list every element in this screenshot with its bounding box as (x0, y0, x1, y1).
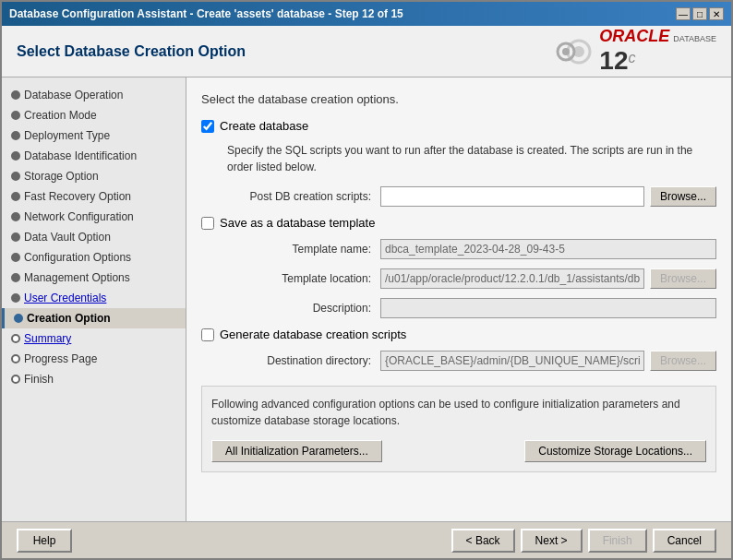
step-dot-management-options (11, 273, 20, 282)
section-description: Select the database creation options. (201, 92, 716, 106)
template-name-row: Template name: (223, 239, 716, 259)
sidebar-item-database-identification: Database Identification (2, 146, 186, 166)
sidebar-item-management-options: Management Options (2, 268, 186, 288)
oracle-name: ORACLE (599, 27, 669, 46)
sidebar-item-creation-option: Creation Option (2, 308, 186, 328)
step-dot-storage (11, 172, 20, 181)
post-scripts-input[interactable] (380, 186, 644, 207)
sidebar-item-database-operation: Database Operation (2, 85, 186, 105)
advanced-buttons: All Initialization Parameters... Customi… (211, 440, 706, 462)
template-location-row: Template location: Browse... (223, 268, 716, 289)
window-title: Database Configuration Assistant - Creat… (9, 7, 403, 20)
template-location-label: Template location: (223, 272, 380, 285)
template-description-label: Description: (223, 302, 380, 315)
gear-icon (551, 33, 595, 70)
next-button[interactable]: Next > (521, 529, 583, 553)
sidebar-item-creation-mode: Creation Mode (2, 105, 186, 125)
minimize-button[interactable]: — (676, 7, 691, 20)
save-template-label: Save as a database template (220, 216, 375, 230)
oracle-brand: ORACLE DATABASE 12 c (599, 27, 716, 76)
cancel-button[interactable]: Cancel (653, 529, 716, 553)
oracle-logo: ORACLE DATABASE 12 c (551, 27, 716, 76)
step-dot-fast-recovery (11, 192, 20, 201)
help-button[interactable]: Help (17, 529, 72, 553)
sidebar-item-summary[interactable]: Summary (2, 328, 186, 349)
step-dot-network-config (11, 212, 20, 221)
footer: Help < Back Next > Finish Cancel (2, 521, 731, 558)
destination-browse-button[interactable]: Browse... (650, 351, 716, 371)
destination-dir-input (380, 351, 644, 371)
advanced-section: Following advanced configuration options… (201, 386, 716, 472)
post-scripts-description: Specify the SQL scripts you want to run … (227, 142, 716, 175)
create-db-options: Specify the SQL scripts you want to run … (223, 142, 716, 207)
sidebar-item-progress-page: Progress Page (2, 349, 186, 369)
template-description-row: Description: (223, 298, 716, 318)
template-name-input (380, 239, 716, 259)
step-dot-creation-mode (11, 111, 20, 120)
generate-scripts-row: Generate database creation scripts (201, 328, 716, 341)
generate-scripts-label: Generate database creation scripts (220, 328, 406, 341)
footer-left: Help (17, 529, 72, 553)
step-dot-progress (11, 354, 20, 363)
main-content: Database Operation Creation Mode Deploym… (2, 77, 731, 521)
post-scripts-browse-button[interactable]: Browse... (650, 186, 716, 207)
step-dot-data-vault (11, 232, 20, 242)
customize-storage-button[interactable]: Customize Storage Locations... (524, 440, 706, 462)
save-template-checkbox[interactable] (201, 217, 214, 230)
template-location-input (380, 268, 644, 289)
svg-point-3 (562, 48, 570, 55)
close-button[interactable]: ✕ (709, 7, 724, 20)
sidebar-item-user-credentials[interactable]: User Credentials (2, 288, 186, 308)
header-bar: Select Database Creation Option ORACLE D… (2, 26, 731, 77)
main-window: Database Configuration Assistant - Creat… (0, 0, 733, 560)
generate-scripts-checkbox[interactable] (201, 328, 214, 341)
sidebar-item-storage-option: Storage Option (2, 166, 186, 186)
step-dot-finish (11, 375, 20, 384)
step-dot-config-options (11, 253, 20, 262)
step-dot-database-id (11, 151, 20, 161)
destination-dir-row: Destination directory: Browse... (223, 351, 716, 371)
template-location-browse-button[interactable]: Browse... (650, 268, 716, 289)
step-dot-summary (11, 334, 20, 343)
back-button[interactable]: < Back (451, 529, 515, 553)
destination-dir-label: Destination directory: (223, 354, 380, 367)
template-description-input (380, 298, 716, 318)
create-database-label: Create database (220, 119, 308, 133)
content-area: Select the database creation options. Cr… (186, 77, 731, 521)
step-dot-database-operation (11, 90, 20, 100)
save-template-row: Save as a database template (201, 216, 716, 230)
init-params-button[interactable]: All Initialization Parameters... (211, 440, 382, 462)
title-bar: Database Configuration Assistant - Creat… (2, 2, 731, 26)
create-database-checkbox[interactable] (201, 120, 214, 133)
window-controls: — □ ✕ (676, 7, 724, 20)
page-title: Select Database Creation Option (17, 43, 246, 60)
sidebar-item-fast-recovery: Fast Recovery Option (2, 186, 186, 207)
sidebar: Database Operation Creation Mode Deploym… (2, 77, 186, 521)
template-options: Template name: Template location: Browse… (223, 239, 716, 318)
template-name-label: Template name: (223, 243, 380, 256)
oracle-subtitle: DATABASE (673, 34, 716, 43)
sidebar-item-config-options: Configuration Options (2, 247, 186, 268)
sidebar-item-finish: Finish (2, 369, 186, 389)
finish-button[interactable]: Finish (588, 529, 647, 553)
sidebar-item-network-config: Network Configuration (2, 207, 186, 227)
create-database-row: Create database (201, 119, 716, 133)
oracle-version: 12 (599, 46, 628, 76)
destination-dir-section: Destination directory: Browse... (223, 351, 716, 371)
oracle-version-sup: c (628, 50, 635, 66)
advanced-description: Following advanced configuration options… (211, 396, 706, 429)
sidebar-item-deployment-type: Deployment Type (2, 125, 186, 146)
sidebar-item-data-vault: Data Vault Option (2, 227, 186, 247)
maximize-button[interactable]: □ (692, 7, 707, 20)
step-dot-creation-option (14, 314, 23, 323)
step-dot-user-credentials (11, 293, 20, 303)
footer-right: < Back Next > Finish Cancel (451, 529, 716, 553)
post-scripts-label: Post DB creation scripts: (223, 190, 380, 203)
step-dot-deployment-type (11, 131, 20, 140)
post-scripts-row: Post DB creation scripts: Browse... (223, 186, 716, 207)
